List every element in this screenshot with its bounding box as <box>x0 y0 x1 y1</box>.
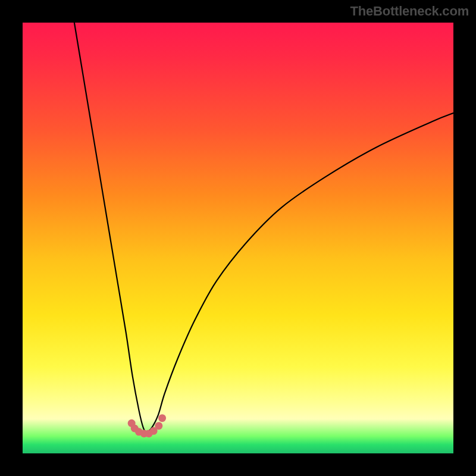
marker-dot <box>155 422 162 430</box>
watermark-text: TheBottleneck.com <box>350 4 469 19</box>
chart-svg <box>23 23 453 453</box>
bottleneck-curve-path <box>74 23 453 432</box>
plot-area <box>23 23 453 453</box>
marker-dots <box>128 414 166 437</box>
chart-frame: TheBottleneck.com <box>0 0 476 476</box>
marker-dot <box>158 414 166 422</box>
curve-layer <box>74 23 453 432</box>
